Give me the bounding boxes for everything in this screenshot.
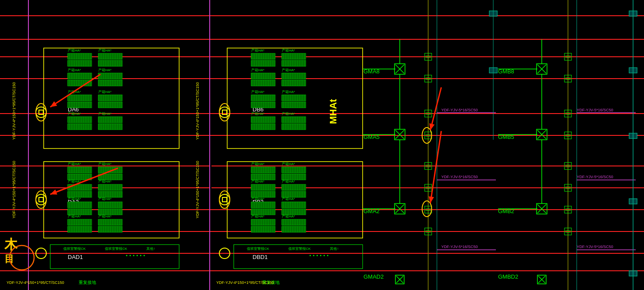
schematic-canvas bbox=[0, 0, 644, 290]
schematic-diagram bbox=[0, 0, 644, 290]
